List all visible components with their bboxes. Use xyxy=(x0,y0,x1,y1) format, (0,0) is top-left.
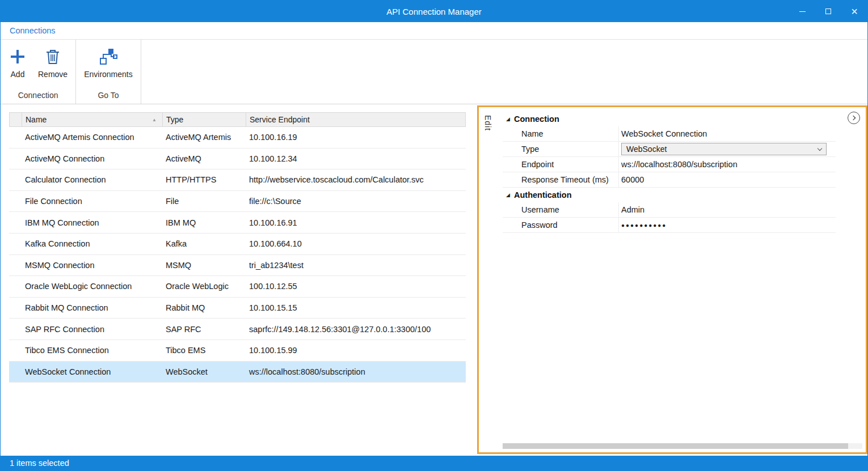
add-button[interactable]: Add xyxy=(3,44,32,80)
cell-name: WebSocket Connection xyxy=(22,367,162,376)
property-row[interactable]: Password ●●●●●●●●●● xyxy=(503,218,836,233)
table-row[interactable]: SAP RFC Connection SAP RFC saprfc://149.… xyxy=(9,319,466,340)
header-selector-cell[interactable] xyxy=(10,113,22,126)
app-window: API Connection Manager × Connections Add xyxy=(0,0,868,471)
table-row[interactable]: IBM MQ Connection IBM MQ 10.100.16.91 xyxy=(9,212,466,234)
field-value-cell: Admin xyxy=(619,202,836,217)
tab-connections[interactable]: Connections xyxy=(10,26,56,35)
close-button[interactable]: × xyxy=(841,1,867,22)
table-row[interactable]: ActiveMQ Connection ActiveMQ 10.100.12.3… xyxy=(9,148,466,170)
header-name[interactable]: Name ▲ xyxy=(22,113,163,126)
cell-name: ActiveMQ Connection xyxy=(22,154,162,163)
field-label: Response Timeout (ms) xyxy=(503,172,619,187)
environments-icon xyxy=(98,45,119,68)
property-row[interactable]: Type WebSocket xyxy=(503,142,836,157)
goto-group-buttons: Environments xyxy=(76,40,141,87)
cell-name: File Connection xyxy=(22,197,162,206)
combobox-value: WebSocket xyxy=(626,145,667,154)
field-value-cell: WebSocket Connection xyxy=(619,126,836,141)
collapse-panel-button[interactable] xyxy=(848,112,860,124)
field-value[interactable]: WebSocket Connection xyxy=(621,129,707,138)
cell-name: Rabbit MQ Connection xyxy=(22,303,162,312)
status-bar: 1 items selected xyxy=(1,456,867,470)
cell-name: Calculator Connection xyxy=(22,175,162,184)
edit-tab[interactable]: Edit xyxy=(483,115,492,131)
cell-type: HTTP/HTTPS xyxy=(162,175,246,184)
sort-ascending-icon: ▲ xyxy=(152,117,157,122)
table-row[interactable]: MSMQ Connection MSMQ tri_ab1234\test xyxy=(9,255,466,277)
ribbon-group-goto: Environments Go To xyxy=(76,40,141,104)
cell-name: MSMQ Connection xyxy=(22,261,162,270)
cell-type: ActiveMQ Artemis xyxy=(162,133,246,142)
remove-button[interactable]: Remove xyxy=(32,44,73,80)
cell-endpoint: tri_ab1234\test xyxy=(246,261,466,270)
cell-type: WebSocket xyxy=(162,367,246,376)
group-label: Authentication xyxy=(514,190,572,200)
table-row[interactable]: Rabbit MQ Connection Rabbit MQ 10.100.15… xyxy=(9,298,466,319)
connection-table-body: ActiveMQ Artemis Connection ActiveMQ Art… xyxy=(9,127,466,383)
title-bar: API Connection Manager × xyxy=(1,1,867,22)
cell-endpoint: 10.100.12.34 xyxy=(246,154,466,163)
group-expander-icon[interactable]: ◢ xyxy=(506,116,514,122)
header-type[interactable]: Type xyxy=(163,113,246,126)
cell-type: IBM MQ xyxy=(162,218,246,227)
scrollbar-thumb[interactable] xyxy=(503,443,848,449)
property-group-header[interactable]: ◢ Connection xyxy=(503,112,836,126)
property-row[interactable]: Username Admin xyxy=(503,202,836,218)
ribbon-group-connection: Add Remove Con xyxy=(1,40,76,104)
cell-type: Rabbit MQ xyxy=(162,303,246,312)
cell-endpoint: 10.100.15.15 xyxy=(246,303,466,312)
field-value[interactable]: Admin xyxy=(621,205,644,214)
cell-type: File xyxy=(162,197,246,206)
table-row[interactable]: ActiveMQ Artemis Connection ActiveMQ Art… xyxy=(9,127,466,148)
field-value[interactable]: ws://localhost:8080/subscription xyxy=(621,160,738,169)
header-endpoint[interactable]: Service Endpoint xyxy=(246,113,465,126)
table-row[interactable]: Tibco EMS Connection Tibco EMS 10.100.15… xyxy=(9,340,466,362)
cell-type: Kafka xyxy=(162,239,246,248)
table-row[interactable]: File Connection File file://c:\Source xyxy=(9,191,466,213)
property-row[interactable]: Name WebSocket Connection xyxy=(503,126,836,142)
cell-type: Oracle WebLogic xyxy=(162,282,246,291)
ribbon-group-label-goto: Go To xyxy=(76,87,141,104)
cell-name: Kafka Connection xyxy=(22,239,162,248)
cell-endpoint: 10.100.664.10 xyxy=(246,239,466,248)
header-name-label: Name xyxy=(26,115,47,124)
minimize-button[interactable] xyxy=(789,1,815,22)
field-value-cell: ws://localhost:8080/subscription xyxy=(619,157,836,172)
horizontal-scrollbar[interactable] xyxy=(503,443,862,449)
maximize-button[interactable] xyxy=(815,1,841,22)
table-row[interactable]: Calculator Connection HTTP/HTTPS http://… xyxy=(9,169,466,191)
property-row[interactable]: Response Timeout (ms) 60000 xyxy=(503,172,836,188)
field-label: Endpoint xyxy=(503,157,619,172)
field-combobox[interactable]: WebSocket xyxy=(621,143,827,155)
cell-endpoint: http://webservice.toscacloud.com/Calcula… xyxy=(246,175,466,184)
property-row[interactable]: Endpoint ws://localhost:8080/subscriptio… xyxy=(503,157,836,172)
cell-endpoint: 100.10.12.55 xyxy=(246,282,466,291)
ribbon-tab-row: Connections xyxy=(1,22,867,40)
table-row[interactable]: WebSocket Connection WebSocket ws://loca… xyxy=(9,362,466,383)
remove-button-label: Remove xyxy=(38,70,68,79)
property-grid: ◢ Connection Name WebSocket Connection T… xyxy=(503,112,836,233)
edit-panel: Edit ◢ Connection Name WebSocket Connect… xyxy=(477,105,867,454)
field-label: Username xyxy=(503,202,619,217)
field-value[interactable]: 60000 xyxy=(621,175,644,184)
cell-type: Tibco EMS xyxy=(162,346,246,355)
group-expander-icon[interactable]: ◢ xyxy=(506,192,514,198)
cell-endpoint: saprfc://149.148.12.56:3301@127.0.0.1:33… xyxy=(246,325,466,334)
ribbon: Connections Add xyxy=(1,22,867,104)
cell-endpoint: ws://localhost:8080/subscription xyxy=(246,367,466,376)
cell-endpoint: 10.100.16.19 xyxy=(246,133,466,142)
property-group-header[interactable]: ◢ Authentication xyxy=(503,188,836,202)
minimize-icon xyxy=(799,11,806,12)
environments-button[interactable]: Environments xyxy=(78,44,138,80)
window-controls: × xyxy=(789,1,867,22)
table-row[interactable]: Kafka Connection Kafka 10.100.664.10 xyxy=(9,234,466,255)
cell-endpoint: file://c:\Source xyxy=(246,197,466,206)
field-value[interactable]: ●●●●●●●●●● xyxy=(621,222,667,228)
add-button-label: Add xyxy=(11,70,25,79)
field-label: Name xyxy=(503,126,619,141)
table-row[interactable]: Oracle WebLogic Connection Oracle WebLog… xyxy=(9,276,466,298)
cell-name: IBM MQ Connection xyxy=(22,218,162,227)
group-label: Connection xyxy=(514,114,559,124)
cell-name: ActiveMQ Artemis Connection xyxy=(22,133,162,142)
